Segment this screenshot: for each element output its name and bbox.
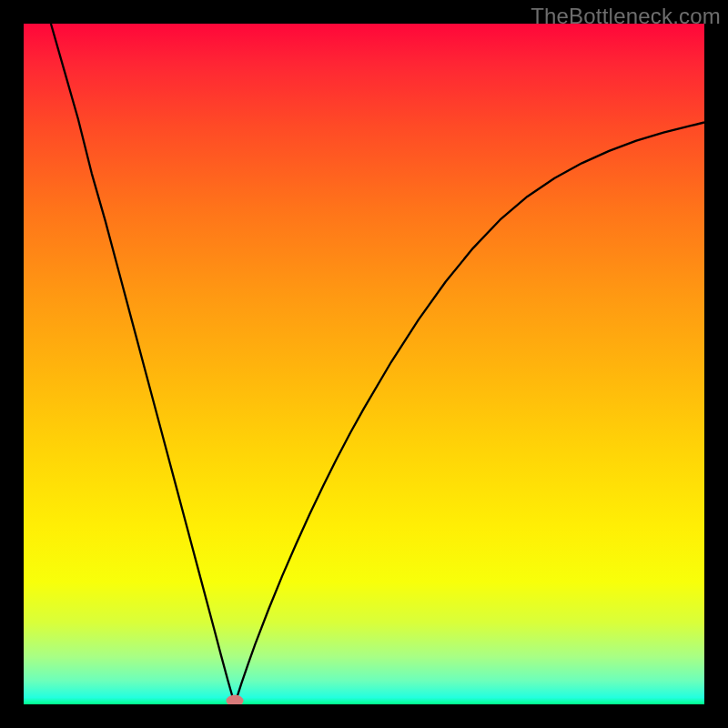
chart-container: TheBottleneck.com	[0, 0, 728, 728]
plot-area	[24, 24, 704, 704]
bottleneck-curve	[24, 24, 704, 704]
